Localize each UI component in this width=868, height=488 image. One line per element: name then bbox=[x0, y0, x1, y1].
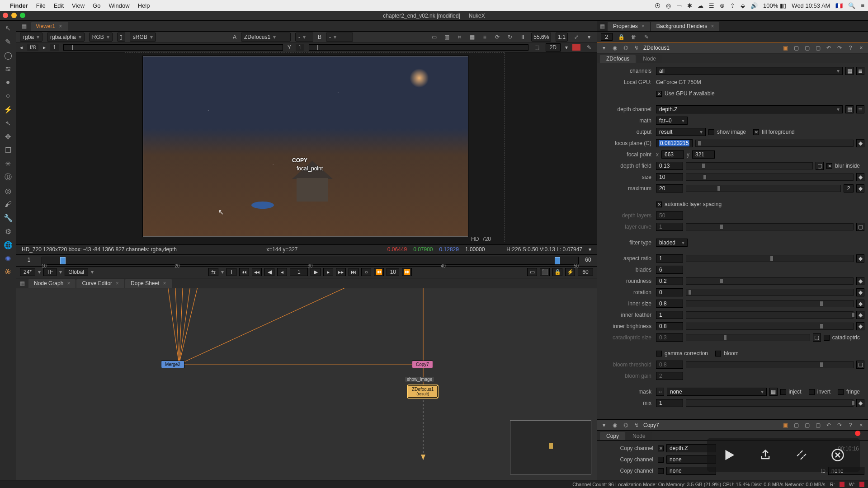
layer-curve-slider[interactable] bbox=[686, 223, 854, 230]
anim-icon[interactable]: ◆ bbox=[856, 300, 864, 308]
node-tree-icon[interactable]: ⌬ bbox=[622, 44, 630, 52]
pin-icon[interactable]: ▣ bbox=[781, 421, 789, 429]
tab-copy[interactable]: Copy bbox=[600, 432, 625, 440]
menu-help[interactable]: Help bbox=[138, 2, 150, 9]
rot-field[interactable]: 0 bbox=[656, 288, 683, 296]
gamma-check[interactable] bbox=[656, 351, 662, 357]
float-icon[interactable]: ▢ bbox=[792, 44, 800, 52]
tool-atom-icon[interactable]: ✺ bbox=[4, 254, 13, 263]
cc3-enable[interactable] bbox=[658, 468, 664, 474]
tab-properties[interactable]: Properties× bbox=[608, 22, 650, 31]
node-name[interactable]: Copy7 bbox=[643, 422, 778, 428]
panel-menu-icon[interactable]: ▦ bbox=[22, 23, 27, 29]
tool-pen-icon[interactable]: ✎ bbox=[4, 37, 13, 46]
tool-select-icon[interactable]: ↖ bbox=[4, 23, 13, 33]
cata-slider[interactable] bbox=[686, 334, 810, 341]
isize-slider[interactable] bbox=[686, 300, 854, 307]
viewer-tab[interactable]: Viewer1 × bbox=[31, 22, 68, 31]
timeline[interactable]: 1 60 10 20 30 40 50 bbox=[16, 255, 597, 267]
panel-count[interactable] bbox=[601, 33, 613, 41]
tool-swirl-icon[interactable]: ֍ bbox=[4, 267, 13, 277]
fringe-check[interactable] bbox=[838, 389, 844, 395]
output-select[interactable]: result▾ bbox=[656, 128, 706, 136]
tab-zdefocus[interactable]: ZDefocus bbox=[600, 55, 636, 63]
pin-icon[interactable]: ▣ bbox=[781, 44, 789, 52]
swatch-button[interactable]: ▯ bbox=[117, 33, 125, 42]
max-slider[interactable] bbox=[686, 185, 841, 192]
anim-icon[interactable]: ▢ bbox=[856, 223, 864, 231]
volume-icon[interactable]: 🔊 bbox=[750, 2, 758, 9]
timeline-start[interactable]: 1 bbox=[20, 257, 38, 263]
viewer-refresh-icon[interactable]: ⟳ bbox=[493, 33, 501, 41]
a-input-select[interactable]: ZDefocus1▾ bbox=[241, 33, 291, 42]
lut-select[interactable]: sRGB▾ bbox=[130, 33, 156, 42]
node-center-icon[interactable]: ◉ bbox=[611, 421, 619, 429]
close-icon[interactable]: × bbox=[857, 44, 865, 52]
tool-target-icon[interactable]: ◎ bbox=[4, 186, 13, 195]
help-icon[interactable]: ? bbox=[846, 421, 854, 429]
crop-icon[interactable]: ⬚ bbox=[533, 43, 541, 52]
link-field[interactable]: 2 bbox=[844, 184, 854, 192]
invert-check[interactable] bbox=[809, 389, 815, 395]
node-copy[interactable]: Copy7 bbox=[412, 361, 433, 368]
dd-icon[interactable]: ▾ bbox=[565, 44, 568, 51]
mix-slider[interactable] bbox=[686, 399, 854, 407]
clock[interactable]: Wed 10:53 AM bbox=[792, 2, 830, 9]
anim-icon[interactable]: ▢ bbox=[856, 361, 864, 369]
bloom-check[interactable] bbox=[715, 351, 721, 357]
ifeather-slider[interactable] bbox=[686, 311, 854, 319]
panel-menu-icon[interactable]: ▦ bbox=[20, 280, 25, 288]
close-icon[interactable]: × bbox=[163, 280, 166, 286]
tool-d-icon[interactable]: Ⓓ bbox=[4, 173, 13, 182]
fp-y-field[interactable]: 321 bbox=[692, 150, 715, 159]
focus-plane-slider[interactable] bbox=[695, 140, 854, 147]
anim-icon[interactable]: ◆ bbox=[856, 399, 864, 407]
fps-field[interactable]: 24* bbox=[20, 268, 35, 276]
channel-rgba-icon[interactable]: ▦ bbox=[845, 67, 854, 75]
ibright-slider[interactable] bbox=[686, 323, 854, 330]
viewer-grid-icon[interactable]: ▦ bbox=[468, 33, 476, 41]
cata-check[interactable] bbox=[824, 335, 830, 341]
dd-icon[interactable]: ▾ bbox=[38, 269, 41, 275]
battery-status[interactable]: 100% ▮▯ bbox=[763, 2, 786, 9]
anim-icon[interactable]: ◆ bbox=[856, 277, 864, 285]
node-output-icon[interactable]: ↯ bbox=[632, 44, 641, 52]
share-button[interactable] bbox=[755, 445, 776, 465]
redo-icon[interactable]: ↷ bbox=[835, 421, 844, 429]
viewer-split-icon[interactable]: ▥ bbox=[443, 33, 451, 41]
cata-sq-icon[interactable]: ▢ bbox=[813, 333, 821, 342]
viewer-mode[interactable]: 2D bbox=[546, 43, 561, 52]
minimize-window[interactable] bbox=[11, 13, 17, 18]
tab-curve-editor[interactable]: Curve Editor× bbox=[76, 279, 124, 288]
undo-icon[interactable]: ↶ bbox=[825, 44, 833, 52]
tool-brush-icon[interactable]: 🖌 bbox=[4, 200, 13, 209]
node-graph[interactable]: Merge2 Copy7 show_image ZDefocus1 (resul… bbox=[16, 288, 597, 480]
menubar-icon[interactable]: ⊚ bbox=[720, 2, 725, 9]
pencil-icon[interactable]: ✎ bbox=[642, 33, 651, 41]
aspect-field[interactable]: 1 bbox=[656, 254, 683, 263]
zoom-window[interactable] bbox=[20, 13, 25, 18]
menubar-icon[interactable]: ⦿ bbox=[655, 2, 660, 9]
mask-inv-icon[interactable]: ○ bbox=[656, 388, 664, 396]
round-slider[interactable] bbox=[686, 277, 854, 285]
tab-node[interactable]: Node bbox=[626, 432, 652, 440]
depth-channel-select[interactable]: depth.Z▾ bbox=[656, 105, 843, 113]
tool-lines-icon[interactable]: ≋ bbox=[4, 64, 13, 73]
colormode-select[interactable]: RGB▾ bbox=[89, 33, 113, 42]
channels-select[interactable]: all▾ bbox=[656, 67, 843, 75]
tool-ring-icon[interactable]: ○ bbox=[4, 91, 13, 100]
tool-wrench-icon[interactable]: 🔧 bbox=[4, 213, 13, 222]
menu-file[interactable]: File bbox=[36, 2, 46, 9]
tool-cube-icon[interactable]: ❐ bbox=[4, 145, 13, 155]
dup2-icon[interactable]: ▢ bbox=[814, 44, 822, 52]
close-tab-icon[interactable]: × bbox=[59, 23, 62, 29]
cc2-enable[interactable] bbox=[658, 457, 664, 463]
dup-icon[interactable]: ▢ bbox=[803, 44, 811, 52]
node-graph-minimap[interactable] bbox=[510, 420, 591, 474]
dof-slider[interactable] bbox=[686, 162, 813, 169]
viewer-loop-icon[interactable]: ↻ bbox=[506, 33, 514, 41]
frame-in[interactable]: 1 bbox=[50, 44, 59, 51]
tool-ball-icon[interactable]: ● bbox=[4, 78, 13, 87]
menu-go[interactable]: Go bbox=[93, 2, 100, 9]
out-frame[interactable]: 60 bbox=[578, 268, 593, 276]
